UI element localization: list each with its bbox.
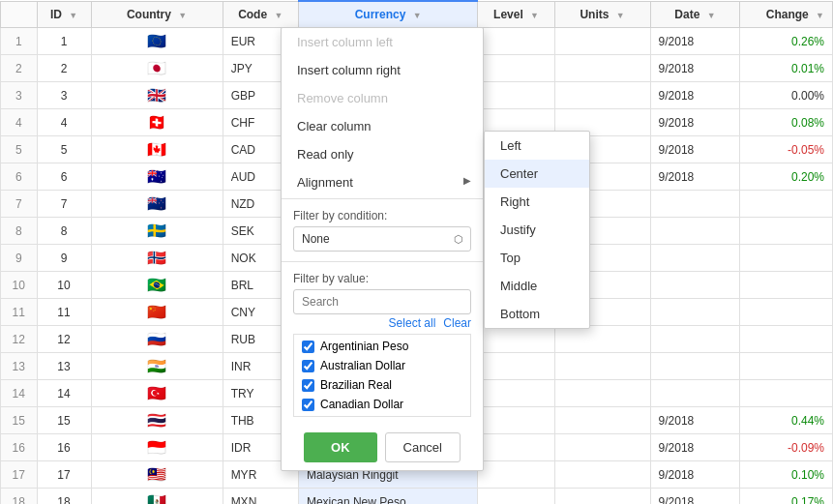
col-header-code[interactable]: Code ▼ <box>223 1 298 28</box>
col-header-country[interactable]: Country ▼ <box>91 1 223 28</box>
checkbox-1[interactable] <box>302 360 314 372</box>
id-cell: 14 <box>37 380 91 407</box>
col-header-change[interactable]: Change ▼ <box>740 1 833 28</box>
row-num-cell: 6 <box>1 163 38 191</box>
units-cell <box>554 407 650 434</box>
col-header-id[interactable]: ID ▼ <box>37 1 91 28</box>
align-right-item[interactable]: Right <box>485 188 589 216</box>
align-justify-item[interactable]: Justify <box>485 216 589 244</box>
checkbox-item: Australian Dollar <box>294 356 470 375</box>
checkbox-label-0: Argentinian Peso <box>320 340 408 353</box>
flag-cell: 🇨🇭 <box>91 109 223 136</box>
id-cell: 16 <box>37 434 91 461</box>
date-cell: 9/2018 <box>650 136 740 163</box>
checkbox-2[interactable] <box>302 379 314 392</box>
row-num-cell: 7 <box>1 191 38 218</box>
units-cell <box>554 461 650 489</box>
id-cell: 11 <box>37 299 91 326</box>
select-all-row: Select all Clear <box>293 314 471 334</box>
level-cell <box>478 28 554 55</box>
date-cell: 9/2018 <box>650 55 740 82</box>
level-cell <box>478 326 554 353</box>
change-cell: 0.00% <box>740 82 833 109</box>
flag-cell: 🇯🇵 <box>91 55 223 82</box>
change-cell <box>740 245 833 272</box>
flag-cell: 🇸🇪 <box>91 218 223 245</box>
row-num-cell: 12 <box>1 326 38 353</box>
alignment-submenu: Left Center Right Justify Top Middle Bot… <box>484 131 590 329</box>
id-cell: 4 <box>37 109 91 136</box>
row-num-cell: 15 <box>1 407 38 434</box>
date-cell <box>650 299 740 326</box>
date-cell <box>650 380 740 407</box>
units-cell <box>554 82 650 109</box>
flag-cell: 🇪🇺 <box>91 28 223 55</box>
dropdown-insert-right[interactable]: Insert column right <box>282 56 483 84</box>
flag-cell: 🇬🇧 <box>91 82 223 109</box>
change-cell <box>740 326 833 353</box>
code-cell: MXN <box>223 489 298 505</box>
id-cell: 17 <box>37 461 91 489</box>
level-cell <box>478 55 554 82</box>
level-cell <box>478 353 554 380</box>
checkbox-label-1: Australian Dollar <box>320 359 405 372</box>
sort-icon-currency: ▼ <box>413 11 422 20</box>
date-cell: 9/2018 <box>650 28 740 55</box>
level-cell <box>478 407 554 434</box>
date-cell <box>650 245 740 272</box>
change-cell: 0.08% <box>740 109 833 136</box>
flag-cell: 🇮🇳 <box>91 353 223 380</box>
align-bottom-item[interactable]: Bottom <box>485 300 589 328</box>
id-cell: 13 <box>37 353 91 380</box>
level-cell <box>478 82 554 109</box>
row-num-cell: 2 <box>1 55 38 82</box>
flag-cell: 🇲🇽 <box>91 489 223 505</box>
row-num-cell: 14 <box>1 380 38 407</box>
change-cell: 0.44% <box>740 407 833 434</box>
sort-icon-id: ▼ <box>69 11 77 20</box>
change-cell <box>740 299 833 326</box>
sort-icon-level: ▼ <box>530 11 539 20</box>
level-cell <box>478 434 554 461</box>
align-top-item[interactable]: Top <box>485 244 589 272</box>
filter-value-section: Filter by value: Select all Clear Argent… <box>282 264 483 425</box>
dropdown-read-only[interactable]: Read only <box>282 140 483 168</box>
date-cell: 9/2018 <box>650 434 740 461</box>
row-num-cell: 17 <box>1 461 38 489</box>
checkbox-label-3: Canadian Dollar <box>320 398 403 411</box>
id-cell: 18 <box>37 489 91 505</box>
align-center-item[interactable]: Center <box>485 160 589 188</box>
align-middle-item[interactable]: Middle <box>485 272 589 300</box>
filter-condition-label: Filter by condition: <box>293 209 471 222</box>
change-cell: 0.17% <box>740 489 833 505</box>
checkbox-3[interactable] <box>302 399 314 411</box>
dropdown-clear-col[interactable]: Clear column <box>282 112 483 140</box>
change-cell: 0.10% <box>740 461 833 489</box>
table-row: 18 18 🇲🇽 MXN Mexican New Peso 9/2018 0.1… <box>1 489 833 505</box>
date-cell <box>650 218 740 245</box>
filter-condition-select[interactable]: None <box>293 226 471 252</box>
id-cell: 9 <box>37 245 91 272</box>
change-cell <box>740 218 833 245</box>
select-all-link[interactable]: Select all <box>389 316 436 330</box>
date-cell <box>650 353 740 380</box>
units-cell <box>554 380 650 407</box>
flag-cell: 🇷🇺 <box>91 326 223 353</box>
ok-button[interactable]: OK <box>304 432 377 462</box>
flag-cell: 🇳🇿 <box>91 191 223 218</box>
col-header-units[interactable]: Units ▼ <box>554 1 650 28</box>
row-num-cell: 11 <box>1 299 38 326</box>
col-header-level[interactable]: Level ▼ <box>478 1 554 28</box>
column-dropdown-menu: Insert column left Insert column right R… <box>281 27 484 471</box>
checkbox-0[interactable] <box>302 341 314 353</box>
clear-link[interactable]: Clear <box>443 316 471 330</box>
checkbox-label-2: Brazilian Real <box>320 378 392 392</box>
align-left-item[interactable]: Left <box>485 132 589 160</box>
filter-search-input[interactable] <box>293 289 471 314</box>
col-header-date[interactable]: Date ▼ <box>650 1 740 28</box>
cancel-button[interactable]: Cancel <box>385 432 461 462</box>
row-num-cell: 9 <box>1 245 38 272</box>
col-header-currency[interactable]: Currency ▼ <box>298 1 478 28</box>
dropdown-alignment[interactable]: Alignment <box>282 168 483 196</box>
date-cell: 9/2018 <box>650 489 740 505</box>
